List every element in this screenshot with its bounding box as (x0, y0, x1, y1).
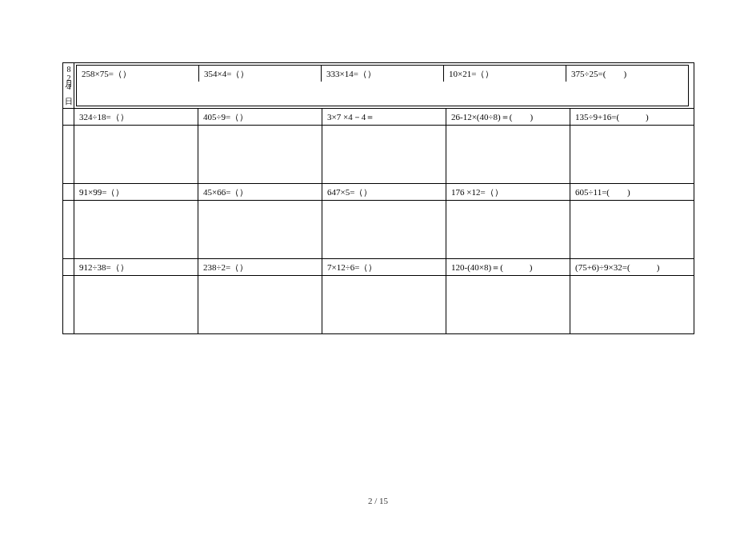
equation-cell: 45×66=（） (198, 184, 322, 200)
equation-cells: 324÷18=（） 405÷9=（） 3×7 ×4－4＝ 26-12×(40÷8… (74, 109, 694, 125)
equation-cell: 26-12×(40÷8)＝( ) (446, 109, 570, 125)
work-cell (570, 126, 694, 183)
date-sidebar (63, 184, 74, 200)
equation-cell: 91×99=（） (74, 184, 198, 200)
work-cell (74, 276, 198, 333)
table-row (63, 275, 694, 333)
work-cell (198, 126, 322, 183)
equation-cell: 605÷11=( ) (570, 184, 694, 200)
work-cell (446, 126, 570, 183)
equation-cell: 10×21=（） (443, 66, 566, 82)
equation-cell: 333×14=（） (321, 66, 443, 82)
equation-cell: 647×5=（） (322, 184, 446, 200)
equation-cell: 176 ×12=（） (446, 184, 570, 200)
date-sidebar (63, 259, 74, 275)
equation-cell: 3×7 ×4－4＝ (322, 109, 446, 125)
work-cell (322, 201, 446, 258)
table-row (63, 200, 694, 258)
work-cells (74, 126, 694, 183)
work-cells (74, 201, 694, 258)
equation-cell: 405÷9=（） (198, 109, 322, 125)
equation-cell: 238÷2=（） (198, 259, 322, 275)
equation-cell: 375÷25=( ) (566, 66, 688, 82)
date-label: 8月24日 (64, 65, 73, 91)
work-cells (74, 276, 694, 333)
equation-cells: 912÷38=（） 238÷2=（） 7×12÷6=（） 120-(40×8)＝… (74, 259, 694, 275)
work-cell (198, 201, 322, 258)
work-cell (446, 276, 570, 333)
table-row: 91×99=（） 45×66=（） 647×5=（） 176 ×12=（） 60… (63, 183, 694, 200)
work-cell (322, 126, 446, 183)
work-cell (446, 201, 570, 258)
equation-cell: 912÷38=（） (74, 259, 198, 275)
date-sidebar: 8月24日 (63, 63, 74, 108)
table-row: 324÷18=（） 405÷9=（） 3×7 ×4－4＝ 26-12×(40÷8… (63, 108, 694, 125)
date-sidebar (63, 276, 74, 333)
equation-cells: 91×99=（） 45×66=（） 647×5=（） 176 ×12=（） 60… (74, 184, 694, 200)
equation-cell: 7×12÷6=（） (322, 259, 446, 275)
page-number: 2 / 15 (0, 496, 756, 505)
work-cell (570, 201, 694, 258)
table-row: 912÷38=（） 238÷2=（） 7×12÷6=（） 120-(40×8)＝… (63, 258, 694, 275)
equation-cell: 120-(40×8)＝( ) (446, 259, 570, 275)
work-cell (570, 276, 694, 333)
worksheet-table: 8月24日 258×75=（） 354×4=（） 333×14=（） 10×21… (62, 62, 694, 334)
table-row (63, 125, 694, 183)
equation-cell: 354×4=（） (198, 66, 321, 82)
equation-cell: (75+6)÷9×32=( ) (570, 259, 694, 275)
equation-cell: 135÷9+16=( ) (570, 109, 694, 125)
equation-cells: 258×75=（） 354×4=（） 333×14=（） 10×21=（） 37… (76, 65, 689, 106)
equation-cell: 258×75=（） (77, 66, 198, 82)
table-row: 8月24日 258×75=（） 354×4=（） 333×14=（） 10×21… (63, 63, 694, 108)
equation-cell: 324÷18=（） (74, 109, 198, 125)
date-sidebar (63, 109, 74, 125)
date-sidebar (63, 201, 74, 258)
work-cell (198, 276, 322, 333)
work-cell (74, 201, 198, 258)
work-cell (74, 126, 198, 183)
work-cell (322, 276, 446, 333)
date-sidebar (63, 126, 74, 183)
